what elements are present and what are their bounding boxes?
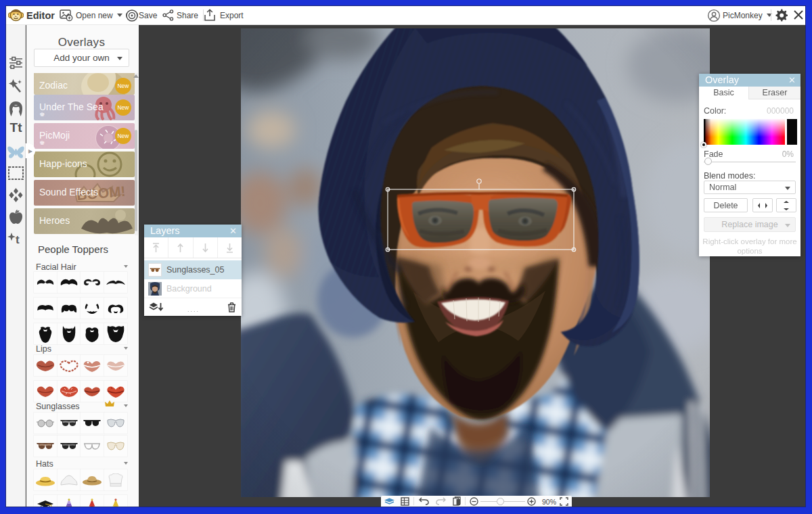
svg-text:t: t (16, 233, 20, 246)
